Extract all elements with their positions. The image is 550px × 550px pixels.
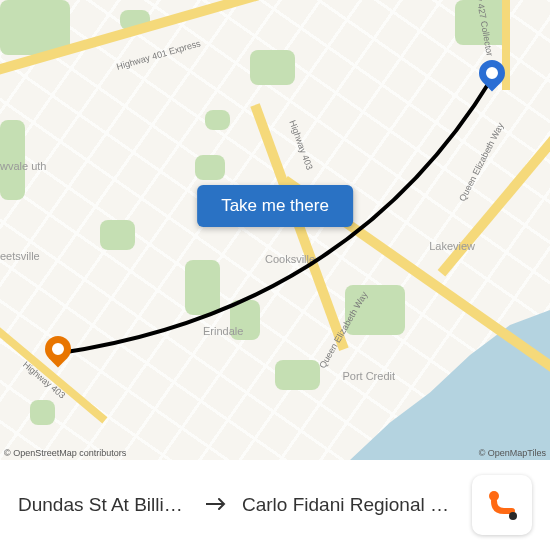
origin-label: Dundas St At Billingham Rd: [18, 494, 192, 516]
attribution-osm: © OpenStreetMap contributors: [4, 448, 126, 458]
park-area: [185, 260, 220, 315]
park-area: [205, 110, 230, 130]
map-viewport[interactable]: Highway 401 Express Highway 403 Queen El…: [0, 0, 550, 460]
attribution-tiles: © OpenMapTiles: [479, 448, 546, 458]
place-label: Erindale: [203, 325, 243, 337]
place-label: eetsville: [0, 250, 40, 262]
moovit-logo-icon[interactable]: [472, 475, 532, 535]
place-label: Cooksville: [265, 253, 315, 265]
destination-label: Carlo Fidani Regional Cancer Centre: [242, 494, 462, 516]
route-text: Dundas St At Billingham Rd Carlo Fidani …: [18, 494, 462, 516]
park-area: [275, 360, 320, 390]
highway-427: [502, 0, 510, 90]
park-area: [195, 155, 225, 180]
place-label: Lakeview: [429, 240, 475, 252]
place-label: Port Credit: [342, 370, 395, 382]
svg-point-1: [509, 512, 517, 520]
route-summary-bar: Dundas St At Billingham Rd Carlo Fidani …: [0, 460, 550, 550]
take-me-there-button[interactable]: Take me there: [197, 185, 353, 227]
park-area: [30, 400, 55, 425]
place-label: wvale uth: [0, 160, 46, 172]
park-area: [100, 220, 135, 250]
park-area: [250, 50, 295, 85]
arrow-right-icon: [206, 494, 228, 516]
